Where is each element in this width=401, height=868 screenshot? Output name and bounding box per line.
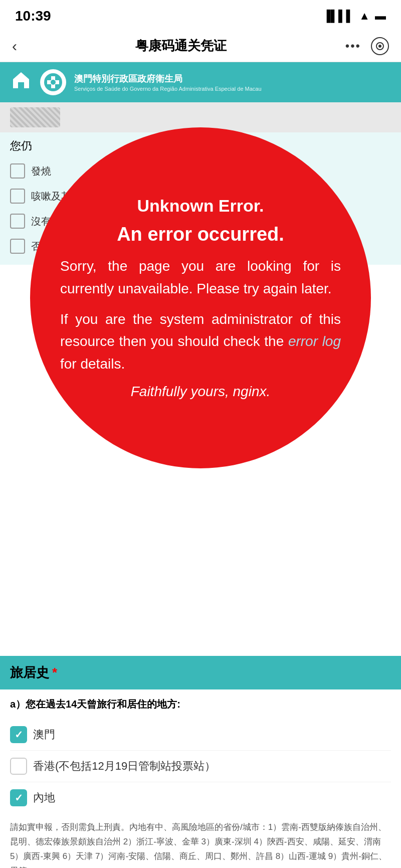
- home-icon[interactable]: [10, 69, 32, 96]
- health-bureau-logo: [40, 69, 66, 95]
- nav-right: •••: [345, 37, 389, 55]
- checkbox-mainland-icon[interactable]: [10, 789, 27, 806]
- nav-bar: ‹ 粤康码通关凭证 •••: [0, 30, 401, 62]
- travel-content: a）您在過去14天曾旅行和居住的地方: 澳門 香港(不包括12月19日管制站投票…: [0, 689, 401, 868]
- scan-button[interactable]: [371, 37, 389, 55]
- option-macau[interactable]: 澳門: [10, 719, 391, 751]
- signal-icon: ▐▌▌▌: [323, 10, 354, 23]
- status-time: 10:39: [15, 8, 51, 24]
- more-button[interactable]: •••: [345, 39, 361, 53]
- svg-point-1: [378, 45, 381, 48]
- symptom-label: 您仍: [10, 138, 32, 153]
- org-name-cn: 澳門特別行政區政府衛生局: [74, 73, 391, 85]
- travel-title-text: 旅居史: [10, 664, 49, 681]
- status-icons: ▐▌▌▌ ▲ ▬: [323, 10, 386, 23]
- checkbox-icon[interactable]: [10, 214, 25, 229]
- error-title: Unknown Error.: [137, 196, 264, 216]
- org-name-pt: Serviços de Saúde do Governo da Região A…: [74, 86, 391, 92]
- main-content: 您仍 發燒 咳嗽及其他呼吸道症 沒有以上症狀 否 Unknown Error. …: [0, 102, 401, 868]
- error-subtitle: An error occurred.: [117, 224, 284, 245]
- checkbox-icon[interactable]: [10, 163, 25, 179]
- error-footer: Faithfully yours, nginx.: [131, 384, 271, 400]
- svg-point-5: [51, 80, 56, 85]
- checkbox-icon[interactable]: [10, 189, 25, 204]
- travel-section-header: 旅居史 *: [0, 656, 401, 689]
- checkbox-hk-icon[interactable]: [10, 758, 27, 775]
- option-mainland-label: 內地: [33, 790, 55, 805]
- travel-title: 旅居史 *: [10, 664, 391, 681]
- pixelated-avatar: [10, 107, 60, 127]
- checkbox-icon[interactable]: [10, 239, 25, 254]
- option-hongkong[interactable]: 香港(不包括12月19日管制站投票站）: [10, 751, 391, 782]
- wifi-icon: ▲: [359, 10, 370, 23]
- header-text-block: 澳門特別行政區政府衛生局 Serviços de Saúde do Govern…: [74, 73, 391, 92]
- error-log-link[interactable]: error log: [288, 333, 341, 349]
- option-hongkong-label: 香港(不包括12月19日管制站投票站）: [33, 759, 216, 774]
- checkbox-label: 發燒: [31, 164, 51, 178]
- error-body-1: Sorry, the page you are looking for is c…: [60, 255, 341, 300]
- travel-question: a）您在過去14天曾旅行和居住的地方:: [10, 698, 391, 711]
- notice-text: 請如實申報，否則需負上刑責。內地有中、高風險地區的省份/城市：1）雲南-西雙版納…: [10, 813, 391, 868]
- required-star: *: [52, 665, 57, 680]
- back-button[interactable]: ‹: [12, 38, 17, 55]
- error-body-2: If you are the system administrator of t…: [60, 308, 341, 376]
- option-macau-label: 澳門: [33, 727, 55, 742]
- status-bar: 10:39 ▐▌▌▌ ▲ ▬: [0, 0, 401, 30]
- option-mainland[interactable]: 內地: [10, 782, 391, 813]
- page-title: 粤康码通关凭证: [135, 37, 227, 55]
- checkbox-macau-icon[interactable]: [10, 726, 27, 743]
- header-banner: 澳門特別行政區政府衛生局 Serviços de Saúde do Govern…: [0, 62, 401, 102]
- error-overlay: Unknown Error. An error occurred. Sorry,…: [30, 127, 371, 468]
- battery-icon: ▬: [375, 10, 386, 23]
